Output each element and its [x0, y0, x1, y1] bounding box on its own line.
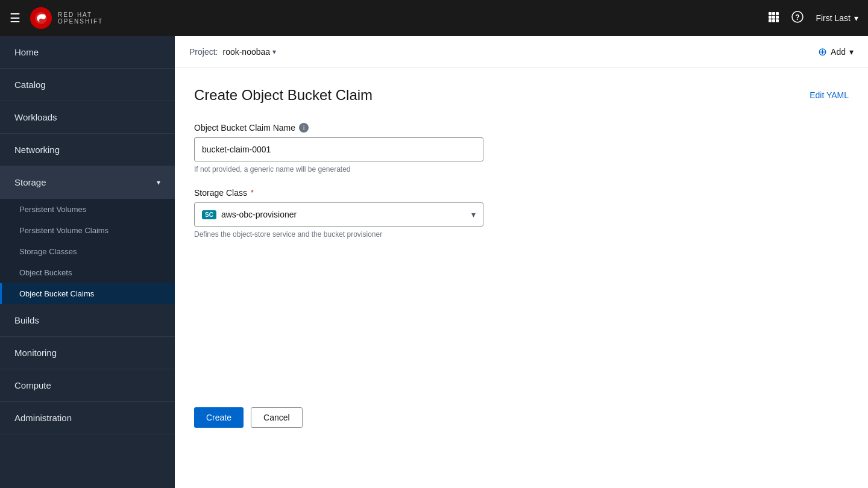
sidebar-item-home[interactable]: Home	[0, 36, 175, 69]
sidebar-item-persistent-volume-claims[interactable]: Persistent Volume Claims	[0, 220, 175, 241]
sidebar-item-home-label: Home	[14, 47, 39, 57]
add-label: Add	[831, 47, 846, 57]
svg-rect-5	[769, 16, 772, 19]
add-button[interactable]: ⊕ Add ▾	[818, 45, 854, 58]
sc-value: SC aws-obc-provisioner	[202, 210, 297, 219]
user-menu[interactable]: First Last ▾	[816, 13, 858, 23]
form-header: Create Object Bucket Claim Edit YAML	[194, 87, 849, 104]
sidebar-item-builds[interactable]: Builds	[0, 304, 175, 337]
apps-grid-icon[interactable]	[767, 11, 779, 26]
sidebar-item-object-bucket-claims[interactable]: Object Bucket Claims	[0, 283, 175, 304]
sidebar-item-networking[interactable]: Networking	[0, 134, 175, 166]
sidebar-item-compute[interactable]: Compute	[0, 369, 175, 402]
nav-left: ☰ RED HAT OPENSHIFT	[10, 7, 103, 29]
app-body: Home Catalog Workloads Networking Storag…	[0, 36, 868, 488]
add-plus-icon: ⊕	[818, 45, 827, 58]
project-name: rook-noobaa	[222, 47, 270, 57]
sidebar-item-compute-label: Compute	[14, 380, 51, 390]
project-bar: Project: rook-noobaa ▾ ⊕ Add ▾	[175, 36, 868, 67]
sidebar-item-object-buckets[interactable]: Object Buckets	[0, 262, 175, 283]
sc-badge: SC	[202, 210, 216, 219]
add-chevron-icon: ▾	[849, 47, 854, 57]
name-field-label: Object Bucket Claim Name i	[194, 123, 849, 133]
sidebar-item-storage-label: Storage	[14, 177, 46, 187]
sidebar-item-catalog-label: Catalog	[14, 80, 46, 90]
nav-right: ? First Last ▾	[767, 11, 858, 26]
sidebar-item-workloads[interactable]: Workloads	[0, 101, 175, 134]
svg-rect-3	[772, 12, 775, 15]
svg-rect-6	[772, 16, 775, 19]
storage-chevron-icon: ▾	[157, 178, 160, 187]
create-button[interactable]: Create	[194, 407, 244, 428]
sc-name: aws-obc-provisioner	[221, 210, 297, 219]
form-title: Create Object Bucket Claim	[194, 87, 373, 104]
main-content: Project: rook-noobaa ▾ ⊕ Add ▾ Create Ob…	[175, 36, 868, 488]
name-info-icon[interactable]: i	[299, 123, 309, 133]
sidebar-item-networking-label: Networking	[14, 145, 60, 155]
top-navigation: ☰ RED HAT OPENSHIFT	[0, 0, 868, 36]
sidebar-item-administration[interactable]: Administration	[0, 402, 175, 434]
svg-rect-4	[776, 12, 779, 15]
sidebar-item-builds-label: Builds	[14, 315, 39, 325]
cancel-button[interactable]: Cancel	[251, 407, 303, 428]
bucket-claim-name-input[interactable]	[194, 137, 483, 161]
storage-class-select[interactable]: SC aws-obc-provisioner ▾	[194, 202, 483, 227]
svg-rect-9	[772, 19, 775, 22]
edit-yaml-link[interactable]: Edit YAML	[810, 90, 849, 100]
required-indicator: *	[251, 189, 254, 197]
project-label: Project:	[189, 47, 218, 57]
user-name: First Last	[816, 13, 851, 23]
sidebar-item-monitoring[interactable]: Monitoring	[0, 337, 175, 369]
storage-class-label: Storage Class *	[194, 188, 849, 198]
sidebar: Home Catalog Workloads Networking Storag…	[0, 36, 175, 488]
sc-chevron-icon: ▾	[471, 210, 476, 219]
svg-rect-2	[769, 12, 772, 15]
name-field-hint: If not provided, a generic name will be …	[194, 165, 849, 174]
storage-class-field: Storage Class * SC aws-obc-provisioner ▾…	[194, 188, 849, 239]
sidebar-item-administration-label: Administration	[14, 413, 72, 423]
logo-text: RED HAT OPENSHIFT	[58, 11, 103, 25]
sidebar-item-monitoring-label: Monitoring	[14, 348, 57, 358]
storage-class-hint: Defines the object-store service and the…	[194, 230, 849, 239]
project-selector: Project: rook-noobaa ▾	[189, 47, 276, 57]
form-area: Create Object Bucket Claim Edit YAML Obj…	[175, 67, 868, 488]
form-actions: Create Cancel	[194, 407, 849, 428]
svg-text:?: ?	[796, 13, 800, 22]
name-field: Object Bucket Claim Name i If not provid…	[194, 123, 849, 174]
project-chevron-icon: ▾	[272, 48, 276, 56]
svg-rect-10	[776, 19, 779, 22]
hamburger-menu-icon[interactable]: ☰	[10, 11, 20, 25]
user-chevron-icon: ▾	[854, 13, 858, 23]
svg-rect-7	[776, 16, 779, 19]
sidebar-item-persistent-volumes[interactable]: Persistent Volumes	[0, 199, 175, 220]
sidebar-item-workloads-label: Workloads	[14, 112, 57, 122]
logo-area: RED HAT OPENSHIFT	[30, 7, 103, 29]
sidebar-item-storage[interactable]: Storage ▾	[0, 166, 175, 199]
sidebar-item-catalog[interactable]: Catalog	[0, 69, 175, 101]
redhat-logo-icon	[30, 7, 52, 29]
sidebar-item-storage-classes[interactable]: Storage Classes	[0, 241, 175, 262]
sidebar-storage-sub-items: Persistent Volumes Persistent Volume Cla…	[0, 199, 175, 304]
help-icon[interactable]: ?	[791, 11, 804, 26]
svg-rect-8	[769, 19, 772, 22]
project-value-selector[interactable]: rook-noobaa ▾	[222, 47, 276, 57]
